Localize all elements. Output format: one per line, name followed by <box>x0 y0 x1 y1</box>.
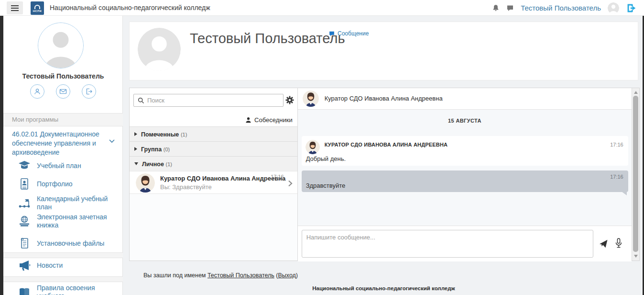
send-icon[interactable] <box>599 239 608 249</box>
message-sender: КУРАТОР СДО ИВАНОВА АЛИНА АНДРЕЕВНА <box>325 142 448 148</box>
contacts-link[interactable]: Собеседники <box>130 113 297 126</box>
sidebar-item-gradebook[interactable]: Электронная зачетная книжка <box>18 213 119 229</box>
topbar-avatar[interactable] <box>608 2 619 14</box>
conversation-preview: Вы: Здравствуйте <box>160 183 212 191</box>
expanded-arrow-icon <box>134 162 138 165</box>
outgoing-message: 17:16 Здравствуйте <box>302 170 628 192</box>
notifications-bell-icon[interactable] <box>492 4 500 12</box>
section-label: Группа <box>141 146 162 153</box>
profile-avatar <box>138 28 181 71</box>
sidebar-item-portfolio[interactable]: Портфолио <box>18 178 119 190</box>
search-box[interactable] <box>133 94 284 107</box>
logo-arch-icon <box>34 5 40 9</box>
megaphone-icon <box>18 259 31 272</box>
book-icon <box>18 286 31 295</box>
mail-envelope-icon[interactable] <box>56 84 70 99</box>
date-divider: 15 АВГУСТА <box>298 118 632 124</box>
sidebar-item-rules[interactable]: Правила освоения учебного <box>18 284 119 295</box>
scroll-down-arrow-icon[interactable] <box>634 255 638 258</box>
sidebar-item-news[interactable]: Новости <box>18 259 119 272</box>
sender-avatar <box>306 140 320 154</box>
collapsed-arrow-icon <box>134 132 137 136</box>
contacts-panel: Собеседники Помеченные (1) Группа (0) Ли… <box>130 88 298 261</box>
footer-college-name: Национальный социально-педагогический ко… <box>129 285 638 291</box>
profile-card: Тестовый Пользователь Сообщение <box>129 22 638 80</box>
sidebar-divider <box>3 252 123 258</box>
chat-scrollbar[interactable] <box>632 88 639 261</box>
conversation-item[interactable]: Куратор СДО Иванова Алина Андреевна Вы: … <box>130 171 297 194</box>
sidebar-item-calendar-plan[interactable]: Календарный учебный план <box>18 195 119 211</box>
contacts-label: Собеседники <box>254 116 293 124</box>
gradebook-icon <box>18 215 31 227</box>
chat-header-avatar <box>303 91 319 107</box>
conversation-name: Куратор СДО Иванова Алина Андреевна <box>160 175 285 182</box>
college-logo[interactable]: НСПК <box>31 1 44 15</box>
chat-header: Куратор СДО Иванова Алина Андреевна <box>298 88 632 110</box>
chat-panel: Куратор СДО Иванова Алина Андреевна 15 А… <box>298 88 632 261</box>
login-info-prefix: Вы зашли под именем <box>143 272 206 279</box>
logout-link[interactable]: Выход <box>278 272 295 279</box>
portfolio-icon <box>18 178 31 190</box>
section-count: (0) <box>164 147 170 152</box>
sidebar-item-label: Установочные файлы <box>37 239 104 248</box>
program-title-link[interactable]: 46.02.01 Документационное обеспечение уп… <box>12 130 104 157</box>
section-count: (1) <box>165 161 172 167</box>
incoming-message: КУРАТОР СДО ИВАНОВА АЛИНА АНДРЕЕВНА 17:1… <box>302 136 628 166</box>
chevron-down-icon[interactable] <box>109 139 115 143</box>
settings-gear-icon[interactable] <box>285 96 294 104</box>
sidebar: Тестовый Пользователь Мои программы 46.0… <box>3 16 123 295</box>
sidebar-item-label: Учебный план <box>37 162 81 170</box>
message-input-bar <box>298 226 632 261</box>
login-info: Вы зашли под именем Тестовый Пользовател… <box>143 272 298 279</box>
message-text: Добрый день. <box>306 155 346 162</box>
search-row <box>130 88 297 113</box>
sidebar-item-label: Новости <box>37 261 63 270</box>
person-icon <box>245 117 251 123</box>
search-icon <box>138 97 144 104</box>
profile-person-icon[interactable] <box>30 84 44 99</box>
collapsed-arrow-icon <box>134 147 137 151</box>
sidebar-item-label: Портфолио <box>37 180 73 188</box>
scrollbar-thumb[interactable] <box>633 96 638 252</box>
microphone-icon[interactable] <box>615 238 622 249</box>
sidebar-divider <box>3 276 123 282</box>
contact-avatar <box>136 173 155 193</box>
sidebar-item-label: Календарный учебный план <box>37 195 119 211</box>
sidebar-profile-name: Тестовый Пользователь <box>3 72 123 80</box>
chevron-right-icon[interactable] <box>288 180 293 187</box>
messages-bubble-icon[interactable] <box>506 4 514 12</box>
section-count: (1) <box>181 132 187 137</box>
logout-icon[interactable] <box>626 2 637 14</box>
exit-icon[interactable] <box>82 84 96 99</box>
hamburger-menu-icon[interactable] <box>7 1 23 14</box>
message-time: 17:16 <box>610 174 623 180</box>
message-link[interactable]: Сообщение <box>328 30 369 37</box>
sidebar-avatar[interactable] <box>38 23 84 68</box>
app-window: НСПК Национальный социально-педагогическ… <box>0 0 644 295</box>
message-time: 17:16 <box>610 142 623 148</box>
attached-files-icon <box>18 237 31 250</box>
message-bubble-icon <box>328 31 335 37</box>
page-title: Тестовый Пользователь <box>190 31 345 46</box>
message-link-label: Сообщение <box>338 30 369 37</box>
login-user-link[interactable]: Тестовый Пользователь <box>207 272 274 279</box>
section-label: Личное <box>142 161 164 168</box>
sidebar-item-curriculum[interactable]: Учебный план <box>18 159 119 172</box>
chat-header-name: Куратор СДО Иванова Алина Андреевна <box>325 95 443 102</box>
section-private[interactable]: Личное (1) <box>130 156 297 171</box>
search-input[interactable] <box>147 97 283 104</box>
topbar-title: Национальный социально-педагогический ко… <box>50 4 210 11</box>
message-input[interactable] <box>302 230 593 258</box>
topbar-username-link[interactable]: Тестовый Пользователь <box>521 4 601 12</box>
section-starred[interactable]: Помеченные (1) <box>130 126 297 141</box>
sidebar-item-setup-files[interactable]: Установочные файлы <box>18 237 119 250</box>
section-group[interactable]: Группа (0) <box>130 141 297 156</box>
scroll-up-arrow-icon[interactable] <box>634 91 638 94</box>
window-left-edge <box>0 16 3 295</box>
message-text: Здравствуйте <box>306 182 346 189</box>
messenger-panel: Собеседники Помеченные (1) Группа (0) Ли… <box>129 88 640 261</box>
conversation-time: 17:16 <box>271 174 284 180</box>
logo-text: НСПК <box>33 9 42 13</box>
sidebar-item-label: Правила освоения учебного <box>37 284 119 295</box>
section-label: Помеченные <box>141 131 179 138</box>
